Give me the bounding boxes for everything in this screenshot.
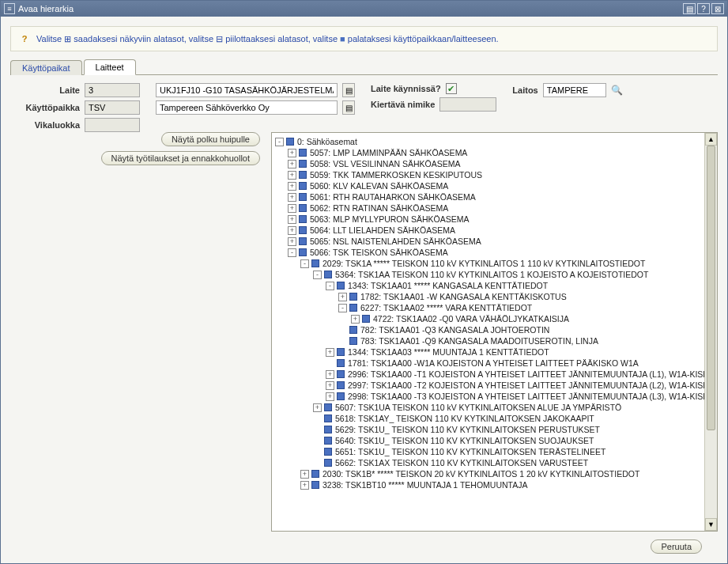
tree-node[interactable]: 1781: TSK1AA00 -W1A KOJEISTON A YHTEISET… [272,358,718,369]
node-icon[interactable] [324,403,332,411]
node-icon[interactable] [286,138,294,146]
expand-icon[interactable]: + [288,226,296,235]
expand-icon[interactable]: + [288,149,296,157]
tree-node[interactable]: +5058: VSL VESILINNAN SÄHKÖASEMA [272,158,718,169]
kaynnissa-checkbox[interactable]: ✔ [446,83,457,94]
tree-node[interactable]: -0: Sähköasemat [272,136,718,147]
tree-node[interactable]: +4722: TSK1AA02 -Q0 VARA VÄHÄÖLJYKATKAIS… [272,313,718,324]
node-icon[interactable] [299,248,307,256]
expand-icon[interactable]: + [300,470,309,479]
expand-icon[interactable]: + [288,215,296,224]
laitos-input[interactable] [543,83,606,97]
collapse-icon[interactable]: - [338,304,347,312]
node-icon[interactable] [324,437,332,445]
node-icon[interactable] [299,149,307,157]
tree-node[interactable]: 5618: TSK1AY_ TEISKON 110 KV KYTKINLAITO… [272,413,718,424]
show-workorders-button[interactable]: Näytä työtilaukset ja ennakkohuollot [101,151,261,165]
tree-node[interactable]: +2998: TSK1AA00 -T3 KOJEISTON A YHTEISET… [272,391,718,402]
node-icon[interactable] [311,481,319,489]
tree-node[interactable]: +5064: LLT LIELAHDEN SÄHKÖASEMA [272,225,718,236]
laitos-search-icon[interactable]: 🔍 [611,85,623,96]
node-icon[interactable] [337,359,345,367]
expand-icon[interactable]: + [338,293,347,301]
tree-node[interactable]: +5065: NSL NAISTENLAHDEN SÄHKÖASEMA [272,236,718,247]
node-icon[interactable] [299,160,307,168]
show-path-button[interactable]: Näytä polku huipulle [161,132,260,146]
tree-node[interactable]: -6227: TSK1AA02 ***** VARA KENTTÄTIEDOT [272,302,718,313]
laite-detail-icon[interactable]: ▤ [342,83,355,97]
collapse-icon[interactable]: - [275,138,284,146]
node-icon[interactable] [311,470,319,478]
expand-icon[interactable]: + [326,392,334,401]
node-icon[interactable] [299,237,307,245]
node-icon[interactable] [337,282,345,290]
node-icon[interactable] [324,448,332,456]
collapse-icon[interactable]: - [300,259,309,268]
scroll-thumb[interactable] [707,146,715,430]
collapse-icon[interactable]: - [288,248,296,257]
window-close-icon[interactable]: ⊠ [711,3,724,14]
tree-node[interactable]: +5063: MLP MYLLYPURON SÄHKÖASEMA [272,214,718,225]
vika-input[interactable] [85,118,140,132]
kp-desc-input[interactable] [156,100,338,115]
tree-node[interactable]: 5651: TSK1U_ TEISKON 110 KV KYTKINLAITOK… [272,446,718,457]
tree-node[interactable]: +5057: LMP LAMMINPÄÄN SÄHKÖASEMA [272,147,718,158]
expand-icon[interactable]: + [313,403,322,412]
expand-icon[interactable]: + [351,315,360,324]
expand-icon[interactable]: + [288,204,296,213]
node-icon[interactable] [349,304,357,312]
collapse-icon[interactable]: - [313,271,322,279]
node-icon[interactable] [337,348,345,356]
node-icon[interactable] [299,182,307,190]
tree-node[interactable]: +2030: TSK1B* ***** TEISKON 20 kV KYTKIN… [272,468,718,479]
node-icon[interactable] [324,426,332,433]
node-icon[interactable] [349,326,357,334]
expand-icon[interactable]: + [326,381,334,390]
tab-locations[interactable]: Käyttöpaikat [10,60,82,75]
tree-panel[interactable]: -0: Sähköasemat+5057: LMP LAMMINPÄÄN SÄH… [271,132,718,532]
tree-node[interactable]: 782: TSK1AA01 -Q3 KANGASALA JOHTOEROTIN [272,324,718,335]
scroll-down-icon[interactable]: ▼ [705,518,717,531]
kp-detail-icon[interactable]: ▤ [342,100,355,115]
tree-node[interactable]: +1344: TSK1AA03 ***** MUUNTAJA 1 KENTTÄT… [272,346,718,358]
node-icon[interactable] [337,381,345,389]
expand-icon[interactable]: + [326,370,334,379]
node-icon[interactable] [299,171,307,179]
tree-node[interactable]: 5662: TSK1AX TEISKON 110 KV KYTKINLAITOK… [272,457,718,468]
laite-input[interactable] [85,83,140,97]
expand-icon[interactable]: + [300,481,309,490]
tree-node[interactable]: +5607: TSK1UA TEISKON 110 kV KYTKINLAITO… [272,402,718,413]
kp-input[interactable] [85,100,140,115]
node-icon[interactable] [299,204,307,212]
node-icon[interactable] [349,293,357,301]
expand-icon[interactable]: + [288,160,296,168]
tree-node[interactable]: 783: TSK1AA01 -Q9 KANGASALA MAADOITUSERO… [272,335,718,346]
node-icon[interactable] [299,215,307,223]
cancel-button[interactable]: Peruuta [651,539,702,554]
tree-node[interactable]: +5062: RTN RATINAN SÄHKÖASEMA [272,203,718,214]
tree-node[interactable]: 5629: TSK1U_ TEISKON 110 KV KYTKINLAITOK… [272,424,718,435]
node-icon[interactable] [349,337,357,345]
tree-node[interactable]: -5364: TSK1AA TEISKON 110 kV KYTKINLAITO… [272,269,718,280]
tree-node[interactable]: +2996: TSK1AA00 -T1 KOJEISTON A YHTEISET… [272,369,718,380]
node-icon[interactable] [362,315,370,323]
tree-node[interactable]: +2997: TSK1AA00 -T2 KOJEISTON A YHTEISET… [272,380,718,391]
node-icon[interactable] [324,414,332,422]
tree-node[interactable]: -5066: TSK TEISKON SÄHKÖASEMA [272,247,718,258]
node-icon[interactable] [299,226,307,234]
tree-node[interactable]: +5061: RTH RAUTAHARKON SÄHKÖASEMA [272,191,718,203]
node-icon[interactable] [324,459,332,467]
tree-node[interactable]: +1782: TSK1AA01 -W KANGASALA KENTTÄKISKO… [272,291,718,302]
tree-node[interactable]: -1343: TSK1AA01 ***** KANGASALA KENTTÄTI… [272,280,718,291]
tree-node[interactable]: +3238: TSK1BT10 ***** MUUNTAJA 1 TEHOMUU… [272,479,718,490]
expand-icon[interactable]: + [326,348,334,357]
kiertava-input[interactable] [439,97,496,112]
tree-node[interactable]: +5060: KLV KALEVAN SÄHKÖASEMA [272,180,718,191]
tree-scrollbar[interactable]: ▲ ▼ [704,133,717,531]
expand-icon[interactable]: + [288,171,296,180]
window-help-icon[interactable]: ? [697,3,710,14]
node-icon[interactable] [324,271,332,278]
tree-node[interactable]: 5640: TSK1U_ TEISKON 110 KV KYTKINLAITOK… [272,435,718,446]
scroll-up-icon[interactable]: ▲ [705,133,717,146]
expand-icon[interactable]: + [288,237,296,246]
